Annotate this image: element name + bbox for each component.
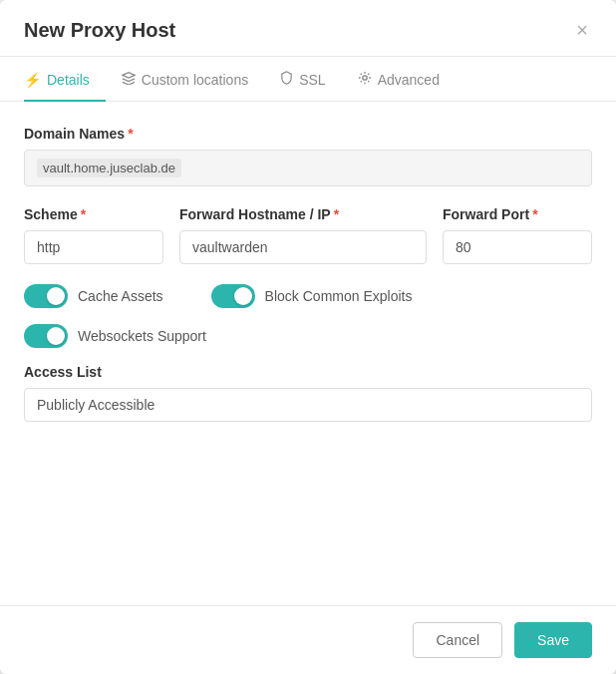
websockets-thumb [47, 327, 65, 345]
scheme-group: Scheme* [24, 206, 163, 264]
tab-custom-locations[interactable]: Custom locations [106, 57, 264, 102]
details-icon: ⚡ [24, 72, 41, 88]
block-exploits-label: Block Common Exploits [265, 288, 413, 304]
connection-row: Scheme* Forward Hostname / IP* Forward P… [24, 206, 592, 264]
block-exploits-thumb [234, 287, 252, 305]
tab-ssl[interactable]: SSL [264, 57, 341, 102]
websockets-label: Websockets Support [78, 328, 206, 344]
tab-bar: ⚡ Details Custom locations SSL [0, 57, 616, 102]
close-button[interactable]: × [572, 18, 592, 42]
tab-details[interactable]: ⚡ Details [24, 57, 106, 102]
forward-hostname-input[interactable] [179, 230, 427, 264]
modal-footer: Cancel Save [0, 605, 616, 674]
tab-custom-locations-label: Custom locations [142, 72, 248, 88]
save-button[interactable]: Save [514, 622, 592, 658]
toggles-row-1: Cache Assets Block Common Exploits [24, 284, 592, 308]
modal-body: Domain Names* vault.home.juseclab.de Sch… [0, 102, 616, 605]
tab-advanced-label: Advanced [378, 72, 440, 88]
scheme-label: Scheme* [24, 206, 163, 222]
cancel-button[interactable]: Cancel [413, 622, 502, 658]
modal-title: New Proxy Host [24, 19, 175, 42]
access-list-input[interactable] [24, 388, 592, 422]
forward-port-label: Forward Port* [443, 206, 592, 222]
modal-header: New Proxy Host × [0, 0, 616, 57]
cache-assets-label: Cache Assets [78, 288, 163, 304]
scheme-input[interactable] [24, 230, 163, 264]
cache-assets-toggle-item: Cache Assets [24, 284, 163, 308]
modal: New Proxy Host × ⚡ Details Custom locati… [0, 0, 616, 674]
tab-ssl-label: SSL [299, 72, 325, 88]
toggles-row-2: Websockets Support [24, 324, 592, 348]
forward-port-group: Forward Port* [443, 206, 592, 264]
domain-names-group: Domain Names* vault.home.juseclab.de [24, 126, 592, 186]
forward-port-input[interactable] [443, 230, 592, 264]
websockets-toggle-item: Websockets Support [24, 324, 206, 348]
block-exploits-toggle[interactable] [211, 284, 255, 308]
block-exploits-toggle-item: Block Common Exploits [211, 284, 413, 308]
gear-icon [358, 71, 372, 88]
domain-names-input[interactable]: vault.home.juseclab.de [24, 150, 592, 186]
access-list-label: Access List [24, 364, 592, 380]
forward-hostname-group: Forward Hostname / IP* [179, 206, 427, 264]
svg-point-0 [362, 76, 366, 80]
forward-hostname-label: Forward Hostname / IP* [179, 206, 427, 222]
block-exploits-track [211, 284, 255, 308]
cache-assets-thumb [47, 287, 65, 305]
tab-advanced[interactable]: Advanced [342, 57, 456, 102]
cache-assets-toggle[interactable] [24, 284, 68, 308]
cache-assets-track [24, 284, 68, 308]
access-list-group: Access List [24, 364, 592, 422]
shield-icon [280, 71, 293, 88]
domain-names-label: Domain Names* [24, 126, 592, 142]
websockets-toggle[interactable] [24, 324, 68, 348]
tab-details-label: Details [47, 72, 90, 88]
websockets-track [24, 324, 68, 348]
layers-icon [122, 71, 136, 88]
domain-tag: vault.home.juseclab.de [37, 159, 181, 177]
